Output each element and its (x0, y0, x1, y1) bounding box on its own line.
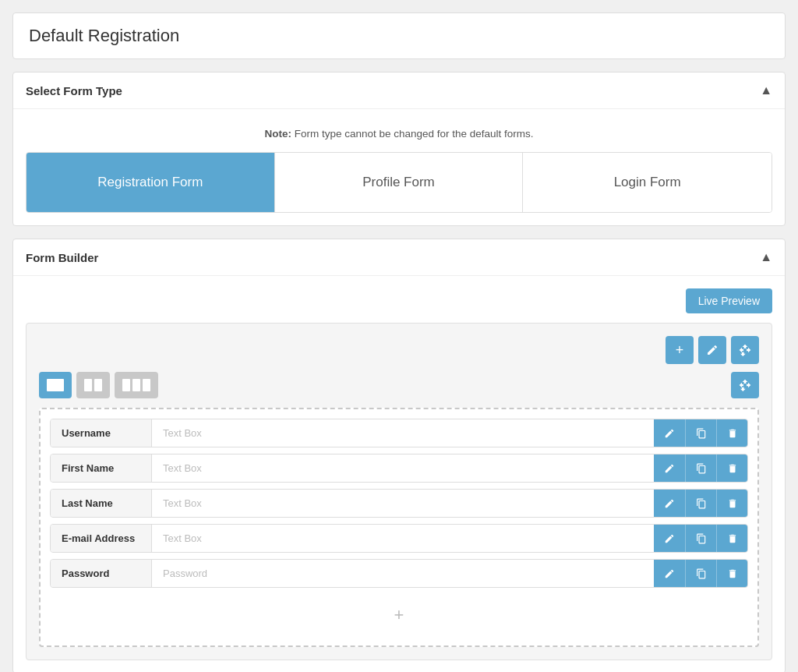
page-title-box: Default Registration (12, 12, 786, 59)
pencil-icon (664, 463, 675, 474)
form-type-profile[interactable]: Profile Form (275, 153, 524, 212)
pencil-icon (664, 533, 675, 544)
pencil-icon (706, 344, 719, 356)
field-value-email: Text Box (152, 525, 654, 552)
copy-icon (696, 533, 707, 544)
edit-username-button[interactable] (654, 419, 685, 447)
layout-2col-button[interactable] (76, 372, 110, 398)
field-value-lastname: Text Box (152, 490, 654, 517)
move-section-icon (739, 379, 751, 391)
form-type-login[interactable]: Login Form (523, 153, 772, 212)
layout-bar-2a (84, 379, 92, 391)
layout-bar-2b (94, 379, 102, 391)
copy-username-button[interactable] (685, 419, 716, 447)
edit-password-button[interactable] (654, 560, 685, 587)
form-type-grid: Registration Form Profile Form Login For… (26, 152, 772, 213)
delete-username-button[interactable] (716, 419, 747, 447)
layout-selector (39, 372, 759, 398)
edit-lastname-button[interactable] (654, 490, 685, 517)
edit-row-button[interactable] (698, 336, 726, 364)
add-row-button[interactable]: + (666, 336, 694, 364)
fields-container: Username Text Box (39, 408, 759, 647)
copy-lastname-button[interactable] (685, 490, 716, 517)
add-field-icon: + (394, 605, 404, 625)
copy-email-button[interactable] (685, 525, 716, 552)
field-actions-email (654, 525, 747, 552)
field-label-password: Password (51, 560, 152, 587)
delete-email-button[interactable] (716, 525, 747, 552)
trash-icon (727, 568, 738, 579)
field-actions-username (654, 419, 747, 447)
form-type-note: Note: Form type cannot be changed for th… (26, 122, 772, 152)
layout-bar-1 (47, 379, 64, 391)
field-value-firstname: Text Box (152, 454, 654, 482)
table-row: Password Password (50, 559, 748, 588)
copy-password-button[interactable] (685, 560, 716, 587)
pencil-icon (664, 498, 675, 509)
layout-bar-3a (122, 379, 130, 391)
collapse-icon: ▲ (760, 83, 772, 97)
page-title: Default Registration (29, 26, 769, 46)
field-label-lastname: Last Name (51, 490, 152, 517)
page-container: Default Registration Select Form Type ▲ … (0, 0, 798, 672)
builder-area: + (26, 323, 772, 660)
move-icon (739, 344, 751, 356)
row-controls: + (39, 336, 759, 364)
field-label-firstname: First Name (51, 454, 152, 482)
select-form-type-title: Select Form Type (26, 84, 122, 97)
move-row-button[interactable] (731, 336, 759, 364)
field-value-password: Password (152, 560, 654, 587)
trash-icon (727, 463, 738, 474)
field-actions-lastname (654, 490, 747, 517)
add-field-button[interactable]: + (50, 594, 748, 636)
form-builder-collapse-icon: ▲ (760, 250, 772, 264)
field-label-email: E-mail Address (51, 525, 152, 552)
layout-1col-button[interactable] (39, 372, 72, 398)
delete-firstname-button[interactable] (716, 454, 747, 482)
edit-firstname-button[interactable] (654, 454, 685, 482)
table-row: Username Text Box (50, 419, 748, 447)
section-move-button[interactable] (731, 372, 759, 398)
field-actions-firstname (654, 454, 747, 482)
pencil-icon (664, 568, 675, 579)
field-actions-password (654, 560, 747, 587)
field-label-username: Username (51, 419, 152, 447)
table-row: E-mail Address Text Box (50, 524, 748, 553)
live-preview-button[interactable]: Live Preview (686, 288, 772, 313)
copy-firstname-button[interactable] (685, 454, 716, 482)
delete-password-button[interactable] (716, 560, 747, 587)
copy-icon (696, 568, 707, 579)
copy-icon (696, 428, 707, 439)
layout-bar-3b (132, 379, 140, 391)
trash-icon (727, 498, 738, 509)
delete-lastname-button[interactable] (716, 490, 747, 517)
select-form-type-body: Note: Form type cannot be changed for th… (13, 109, 785, 225)
edit-email-button[interactable] (654, 525, 685, 552)
trash-icon (727, 533, 738, 544)
pencil-icon (664, 428, 675, 439)
plus-icon: + (676, 342, 684, 359)
table-row: First Name Text Box (50, 454, 748, 483)
copy-icon (696, 498, 707, 509)
select-form-type-panel: Select Form Type ▲ Note: Form type canno… (12, 72, 786, 226)
form-builder-panel: Form Builder ▲ Live Preview + (12, 239, 786, 672)
select-form-type-header[interactable]: Select Form Type ▲ (13, 73, 785, 109)
layout-bar-3c (143, 379, 150, 391)
form-builder-body: Live Preview + (13, 276, 785, 672)
copy-icon (696, 463, 707, 474)
field-value-username: Text Box (152, 419, 654, 447)
table-row: Last Name Text Box (50, 489, 748, 518)
form-builder-title: Form Builder (26, 251, 98, 264)
form-type-registration[interactable]: Registration Form (26, 153, 275, 212)
trash-icon (727, 428, 738, 439)
layout-3col-button[interactable] (115, 372, 158, 398)
form-builder-header[interactable]: Form Builder ▲ (13, 239, 785, 276)
